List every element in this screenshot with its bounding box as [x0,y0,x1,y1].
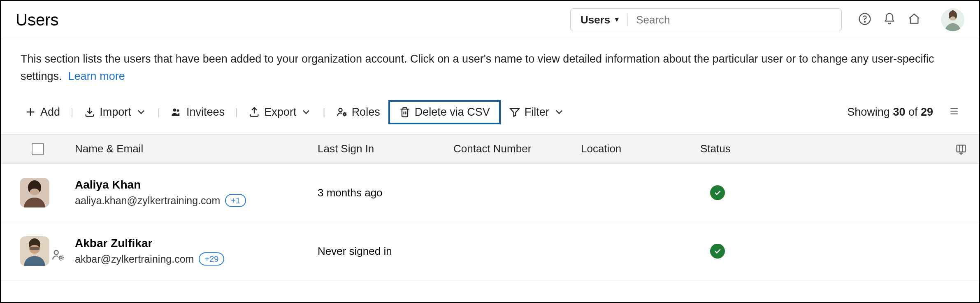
column-header-status[interactable]: Status [700,142,914,155]
learn-more-link[interactable]: Learn more [68,70,125,82]
export-button[interactable]: Export [244,103,316,121]
svg-rect-22 [30,247,39,250]
extra-count-badge[interactable]: +1 [225,194,246,207]
svg-point-24 [60,256,62,259]
chevron-down-icon: ▼ [613,16,620,23]
status-active-icon [710,185,725,200]
search-scope-dropdown[interactable]: Users ▼ [581,14,628,26]
separator: | [320,106,327,118]
user-name[interactable]: Akbar Zulfikar [75,237,318,250]
showing-count: Showing 30 of 29 [847,106,933,119]
bell-icon[interactable] [883,12,896,27]
status-active-icon [710,244,725,259]
select-all-checkbox[interactable] [32,143,44,155]
extra-count-badge[interactable]: +29 [199,252,224,266]
svg-point-9 [177,110,179,112]
filter-button[interactable]: Filter [505,103,569,121]
invitees-button[interactable]: Invitees [167,103,229,121]
column-header-contact[interactable]: Contact Number [453,142,581,155]
search-scope-label: Users [581,14,610,26]
separator: | [155,106,163,118]
column-header-name[interactable]: Name & Email [75,142,318,155]
search-input[interactable] [635,13,836,27]
density-icon[interactable] [949,106,959,118]
column-settings-icon[interactable] [914,143,979,155]
avatar[interactable] [941,8,964,31]
column-header-location[interactable]: Location [581,142,700,155]
column-header-signin[interactable]: Last Sign In [318,142,453,155]
user-avatar [20,178,49,207]
section-description: This section lists the users that have b… [1,39,979,85]
admin-role-icon [51,248,65,263]
chevron-down-icon [553,106,565,118]
last-signin: 3 months ago [318,186,453,199]
svg-point-10 [339,108,342,112]
svg-point-23 [54,251,58,255]
user-name[interactable]: Aaliya Khan [75,178,318,191]
separator: | [233,106,240,118]
delete-via-csv-button[interactable]: Delete via CSV [388,100,501,124]
separator: | [68,106,76,118]
roles-button[interactable]: Roles [332,103,384,121]
user-email: akbar@zylkertraining.com [75,253,194,265]
svg-point-8 [173,109,176,112]
table-row[interactable]: Aaliya Khan aaliya.khan@zylkertraining.c… [1,164,979,222]
add-button[interactable]: Add [21,103,64,121]
home-icon[interactable] [908,12,921,27]
user-avatar [20,236,49,266]
chevron-down-icon [135,106,147,118]
chevron-down-icon [300,106,312,118]
user-email: aaliya.khan@zylkertraining.com [75,195,220,207]
svg-rect-15 [957,145,966,152]
search-bar[interactable]: Users ▼ [570,8,842,31]
help-icon[interactable] [858,12,871,27]
page-title: Users [16,11,570,29]
svg-point-3 [864,21,865,22]
import-button[interactable]: Import [80,103,151,121]
table-row[interactable]: Akbar Zulfikar akbar@zylkertraining.com … [1,222,979,281]
last-signin: Never signed in [318,245,453,258]
